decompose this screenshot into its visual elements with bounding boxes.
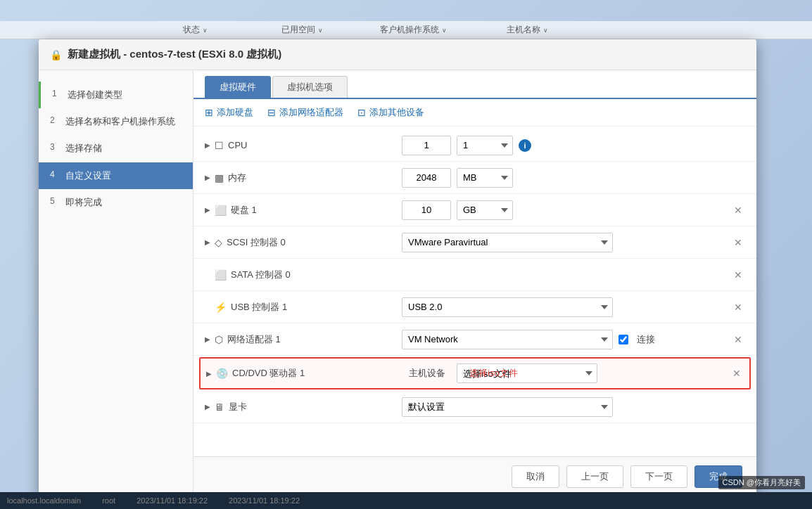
display-expand[interactable]: ▶ bbox=[205, 403, 210, 411]
usb-close-button[interactable]: ✕ bbox=[731, 300, 745, 314]
cpu-icon: ☐ bbox=[215, 140, 224, 151]
sata-icon: ⬜ bbox=[215, 269, 227, 281]
network-icon: ⬡ bbox=[215, 334, 223, 345]
step-4-label: 自定义设置 bbox=[65, 169, 111, 182]
disk1-controls: GBTB bbox=[402, 200, 731, 220]
display-row: ▶ 🖥 显卡 默认设置 bbox=[194, 391, 756, 423]
cddvd-expand[interactable]: ▶ bbox=[206, 370, 212, 378]
display-label: ▶ 🖥 显卡 bbox=[205, 401, 402, 413]
sata-row: ▶ ⬜ SATA 控制器 0 ✕ bbox=[194, 259, 756, 291]
col-status-chevron[interactable]: ∨ bbox=[203, 27, 208, 34]
memory-expand[interactable]: ▶ bbox=[205, 174, 210, 181]
scsi-close-button[interactable]: ✕ bbox=[731, 236, 745, 250]
modal-body: 1 选择创建类型 2 选择名称和客户机操作系统 3 选择存储 4 自定义设置 5… bbox=[39, 70, 756, 496]
content-area: 虚拟硬件 虚拟机选项 ⊞ 添加硬盘 ⊟ 添加网络适配器 ⊡ 添加其他设备 bbox=[194, 70, 756, 496]
disk1-label: ▶ ⬜ 硬盘 1 bbox=[205, 204, 402, 217]
usb-controls: USB 2.0USB 3.0 bbox=[402, 297, 731, 317]
col-status-label: 状态 bbox=[183, 24, 200, 36]
usb-label-text: USB 控制器 1 bbox=[231, 301, 287, 314]
step-3[interactable]: 3 选择存储 bbox=[39, 135, 193, 162]
scsi-icon: ◇ bbox=[215, 237, 222, 248]
display-label-text: 显卡 bbox=[229, 401, 247, 413]
memory-label: ▶ ▦ 内存 bbox=[205, 172, 402, 184]
cddvd-close-button[interactable]: ✕ bbox=[730, 366, 744, 380]
add-hardware-button[interactable]: ⊞ 添加硬盘 bbox=[205, 106, 253, 119]
scsi-expand[interactable]: ▶ bbox=[205, 238, 210, 246]
network-close-button[interactable]: ✕ bbox=[731, 333, 745, 347]
add-hardware-icon: ⊞ bbox=[205, 107, 213, 118]
bottom-time2: 2023/11/01 18:19:22 bbox=[229, 496, 300, 505]
disk1-expand[interactable]: ▶ bbox=[205, 206, 210, 214]
network-expand[interactable]: ▶ bbox=[205, 335, 210, 343]
scsi-controls: VMware Paravirtual LSI Logic SAS bbox=[402, 233, 731, 252]
network-row: ▶ ⬡ 网络适配器 1 VM Network 连接 ✕ bbox=[194, 323, 756, 356]
cddvd-source-select[interactable]: 选择iso文件 bbox=[457, 363, 597, 383]
cancel-button[interactable]: 取消 bbox=[512, 465, 559, 488]
memory-unit-select[interactable]: MBGB bbox=[457, 168, 513, 188]
add-other-button[interactable]: ⊡ 添加其他设备 bbox=[357, 106, 424, 119]
cpu-value-input[interactable] bbox=[402, 136, 451, 155]
cpu-label-text: CPU bbox=[228, 140, 247, 150]
sata-label: ▶ ⬜ SATA 控制器 0 bbox=[205, 269, 402, 281]
config-scroll-area[interactable]: ▶ ☐ CPU 124 i ▶ bbox=[194, 127, 756, 456]
network-connect-checkbox[interactable] bbox=[618, 335, 628, 344]
usb-row: ▶ ⚡ USB 控制器 1 USB 2.0USB 3.0 ✕ bbox=[194, 291, 756, 323]
cpu-controls: 124 i bbox=[402, 136, 745, 155]
col-hostname-label: 主机名称 bbox=[507, 24, 540, 36]
next-button[interactable]: 下一页 bbox=[630, 465, 687, 488]
memory-icon: ▦ bbox=[215, 172, 224, 183]
display-type-select[interactable]: 默认设置 bbox=[402, 397, 613, 417]
sata-close-button[interactable]: ✕ bbox=[731, 268, 745, 282]
network-type-select[interactable]: VM Network bbox=[402, 330, 613, 349]
step-5-label: 即将完成 bbox=[65, 196, 102, 209]
col-hostname-chevron[interactable]: ∨ bbox=[543, 27, 548, 34]
tab-virtual-hardware[interactable]: 虚拟硬件 bbox=[205, 76, 271, 98]
disk1-close-button[interactable]: ✕ bbox=[731, 203, 745, 217]
modal-title-bar: 🔒 新建虚拟机 - centos-7-test (ESXi 8.0 虚拟机) bbox=[39, 39, 756, 70]
usb-label: ▶ ⚡ USB 控制器 1 bbox=[205, 301, 402, 314]
step-1[interactable]: 1 选择创建类型 bbox=[39, 82, 193, 108]
network-connect-label: 连接 bbox=[637, 333, 655, 346]
disk1-value-input[interactable] bbox=[402, 200, 451, 220]
disk1-unit-select[interactable]: GBTB bbox=[457, 200, 513, 220]
scsi-label: ▶ ◇ SCSI 控制器 0 bbox=[205, 236, 402, 249]
cpu-row: ▶ ☐ CPU 124 i bbox=[194, 129, 756, 162]
col-os: 客户机操作系统 ∨ bbox=[380, 24, 507, 36]
tab-bar: 虚拟硬件 虚拟机选项 bbox=[194, 70, 756, 99]
prev-button[interactable]: 上一页 bbox=[566, 465, 623, 488]
cpu-select[interactable]: 124 bbox=[457, 136, 513, 155]
add-network-button[interactable]: ⊟ 添加网络适配器 bbox=[267, 106, 343, 119]
bottom-user: root bbox=[102, 496, 115, 505]
cpu-info-icon[interactable]: i bbox=[519, 139, 531, 152]
new-vm-dialog: 🔒 新建虚拟机 - centos-7-test (ESXi 8.0 虚拟机) 1… bbox=[39, 39, 756, 496]
step-2[interactable]: 2 选择名称和客户机操作系统 bbox=[39, 108, 193, 135]
usb-type-select[interactable]: USB 2.0USB 3.0 bbox=[402, 297, 613, 317]
column-headers: 状态 ∨ 已用空间 ∨ 客户机操作系统 ∨ 主机名称 ∨ bbox=[0, 21, 812, 39]
step-4-number: 4 bbox=[50, 169, 60, 179]
modal-footer: 取消 上一页 下一页 完成 bbox=[194, 456, 756, 496]
cddvd-label: ▶ 💿 CD/DVD 驱动器 1 bbox=[206, 367, 403, 380]
col-space-chevron[interactable]: ∨ bbox=[318, 27, 323, 34]
cpu-expand[interactable]: ▶ bbox=[205, 141, 210, 149]
cddvd-label-text: CD/DVD 驱动器 1 bbox=[232, 367, 305, 380]
steps-panel: 1 选择创建类型 2 选择名称和客户机操作系统 3 选择存储 4 自定义设置 5… bbox=[39, 70, 194, 496]
csdn-watermark: CSDN @你看月亮好美 bbox=[718, 476, 805, 489]
scsi-type-select[interactable]: VMware Paravirtual LSI Logic SAS bbox=[402, 233, 613, 252]
disk1-label-text: 硬盘 1 bbox=[231, 204, 257, 217]
col-space-label: 已用空间 bbox=[281, 24, 315, 36]
step-2-number: 2 bbox=[50, 115, 60, 125]
step-5-number: 5 bbox=[50, 196, 60, 206]
cpu-label: ▶ ☐ CPU bbox=[205, 140, 402, 151]
vm-icon: 🔒 bbox=[50, 49, 62, 60]
scsi-label-text: SCSI 控制器 0 bbox=[227, 236, 286, 249]
step-5[interactable]: 5 即将完成 bbox=[39, 189, 193, 216]
bottom-host: localhost.localdomain bbox=[7, 496, 81, 505]
tab-vm-options[interactable]: 虚拟机选项 bbox=[272, 76, 348, 98]
memory-controls: MBGB bbox=[402, 168, 745, 188]
add-network-icon: ⊟ bbox=[267, 107, 276, 118]
col-os-chevron[interactable]: ∨ bbox=[442, 27, 447, 34]
col-status: 状态 ∨ bbox=[183, 24, 281, 36]
memory-value-input[interactable] bbox=[402, 168, 451, 188]
col-hostname: 主机名称 ∨ bbox=[507, 24, 605, 36]
step-4[interactable]: 4 自定义设置 bbox=[39, 162, 193, 189]
